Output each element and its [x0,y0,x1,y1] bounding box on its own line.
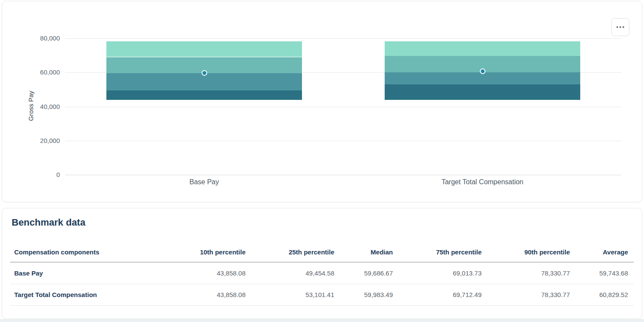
cell-value: 49,454.58 [246,262,334,284]
percentile-band[interactable] [106,41,302,57]
cell-value: 43,858.08 [157,262,246,284]
col-header-10th-percentile: 10th percentile [157,242,246,262]
chart-more-button[interactable] [611,18,629,36]
percentile-band[interactable] [385,72,580,84]
gross-pay-chart-card: Gross Pay 020,00040,00060,00080,000Base … [2,1,642,202]
percentile-band[interactable] [106,90,302,100]
table-row: Target Total Compensation 43,858.08 53,1… [10,284,634,306]
y-tick-label: 20,000 [21,136,60,145]
col-header-75th-percentile: 75th percentile [393,242,482,262]
x-axis-label: Base Pay [118,178,290,186]
y-tick-label: 0 [21,170,60,179]
cell-value: 69,013.73 [393,262,482,284]
y-tick-label: 60,000 [21,68,60,77]
table-header-row: Compensation components 10th percentile … [10,242,634,262]
benchmark-table: Compensation components 10th percentile … [10,242,634,306]
gridline [65,107,622,107]
x-axis-line [65,175,622,175]
y-tick-label: 40,000 [21,102,60,111]
row-label: Target Total Compensation [10,284,157,306]
page-bottom-strip [0,319,644,322]
percentile-band-chart: 020,00040,00060,00080,000Base PayTarget … [65,38,622,175]
average-marker[interactable] [202,70,207,76]
col-header-25th-percentile: 25th percentile [246,242,334,262]
average-marker[interactable] [480,68,485,74]
row-label: Base Pay [10,262,157,284]
table-row: Base Pay 43,858.08 49,454.58 59,686.67 6… [10,262,634,284]
percentile-band[interactable] [385,84,580,100]
cell-value: 78,330.77 [482,262,570,284]
y-tick-label: 80,000 [21,34,60,43]
cell-value: 60,829.52 [570,284,634,306]
cell-value: 78,330.77 [482,284,570,306]
benchmark-data-title: Benchmark data [12,217,642,229]
cell-value: 43,858.08 [157,284,246,306]
cell-value: 53,101.41 [246,284,334,306]
col-header-average: Average [570,242,634,262]
ellipsis-icon [616,26,624,28]
col-header-90th-percentile: 90th percentile [482,242,570,262]
col-header-compensation-components: Compensation components [10,242,157,262]
page: Gross Pay 020,00040,00060,00080,000Base … [0,0,644,322]
gridline [65,141,622,141]
col-header-median: Median [334,242,393,262]
cell-value: 59,983.49 [334,284,393,306]
x-axis-label: Target Total Compensation [396,178,569,186]
percentile-band[interactable] [385,41,580,56]
cell-value: 69,712.49 [393,284,482,306]
gridline [65,38,622,39]
benchmark-data-card: Benchmark data Compensation components 1… [2,208,642,319]
cell-value: 59,743.68 [570,262,634,284]
cell-value: 59,686.67 [334,262,393,284]
